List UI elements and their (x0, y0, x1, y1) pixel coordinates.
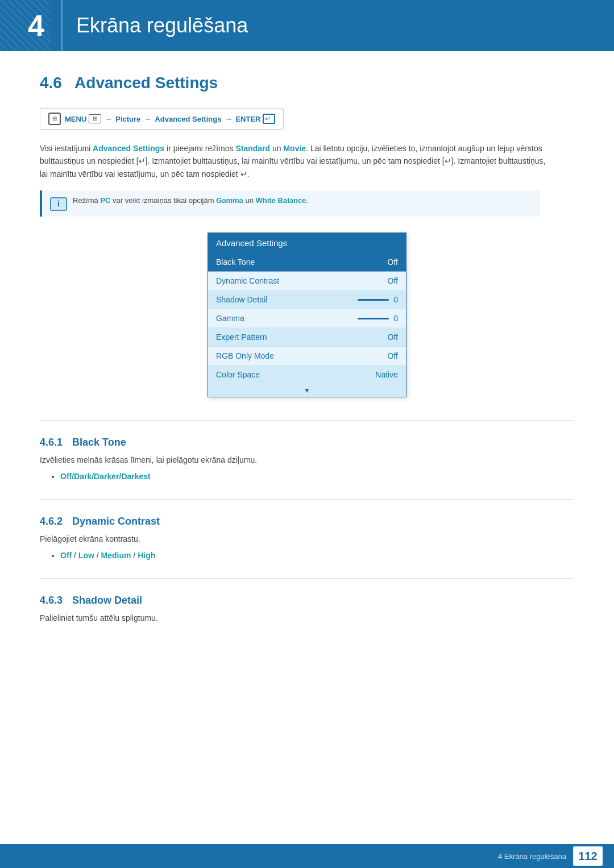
header-bar: 4 Ekrāna regulēšana (0, 0, 614, 51)
advanced-settings-ui-box: Advanced Settings Black Tone Off Dynamic… (208, 232, 406, 397)
option-sep1: / (74, 551, 78, 560)
row-value-rgb-only-mode: Off (388, 351, 398, 360)
main-content: 4.6 Advanced Settings ⊞ MENU ⊞ → Picture… (0, 51, 614, 688)
sub-heading-dynamic-contrast: 4.6.2 Dynamic Contrast (40, 516, 574, 528)
section-heading-container: 4.6 Advanced Settings (40, 74, 574, 92)
subsection-black-tone: 4.6.1 Black Tone Izvēlieties melnās krās… (40, 437, 574, 481)
option-list-black-tone: Off/Dark/Darker/Darkest (40, 472, 574, 481)
enter-label: ENTER (235, 115, 260, 123)
option-high: High (138, 551, 155, 560)
note-text: Režīmā PC var veikt izmaiņas tikai opcij… (73, 196, 308, 205)
subsection-shadow-detail: 4.6.3 Shadow Detail Palieliniet tumšu at… (40, 595, 574, 624)
advanced-label: Advanced Settings (155, 115, 221, 123)
option-sep2: / (97, 551, 101, 560)
row-label-dynamic-contrast: Dynamic Contrast (216, 276, 279, 285)
divider-1 (40, 420, 574, 421)
option-off: Off (60, 551, 72, 560)
ui-box-wrapper: Advanced Settings Black Tone Off Dynamic… (40, 232, 574, 397)
sub-heading-black-tone: 4.6.1 Black Tone (40, 437, 574, 448)
ui-row-black-tone[interactable]: Black Tone Off (208, 253, 406, 272)
row-value-shadow-detail: 0 (393, 295, 398, 304)
slider-line-shadow (358, 299, 389, 301)
sub-heading-shadow-detail: 4.6.3 Shadow Detail (40, 595, 574, 607)
enter-icon (263, 114, 275, 124)
svg-text:i: i (57, 199, 60, 208)
sub-title-shadow-detail: Shadow Detail (72, 595, 142, 606)
ui-row-shadow-detail[interactable]: Shadow Detail 0 (208, 290, 406, 309)
sub-desc-black-tone: Izvēlieties melnās krāsas līmeni, lai pi… (40, 454, 574, 466)
subsection-dynamic-contrast: 4.6.2 Dynamic Contrast Pielāgojiet ekrān… (40, 516, 574, 560)
ui-box-title: Advanced Settings (208, 233, 406, 253)
scroll-arrow-down[interactable]: ▼ (208, 384, 406, 397)
divider-2 (40, 499, 574, 500)
row-value-black-tone: Off (388, 258, 398, 267)
note-box: i Režīmā PC var veikt izmaiņas tikai opc… (40, 190, 540, 217)
row-label-black-tone: Black Tone (216, 258, 255, 267)
arrow2: → (144, 115, 151, 123)
option-dynamic-contrast-0: Off / Low / Medium / High (60, 551, 574, 560)
option-list-dynamic-contrast: Off / Low / Medium / High (40, 551, 574, 560)
row-value-dynamic-contrast: Off (388, 276, 398, 285)
sub-title-dynamic-contrast: Dynamic Contrast (72, 516, 160, 527)
footer-bar: 4 Ekrāna regulēšana 112 (0, 844, 614, 868)
arrow3: → (225, 115, 232, 123)
row-value-gamma: 0 (393, 314, 398, 323)
option-text-black-tone: Off/Dark/Darker/Darkest (60, 472, 151, 481)
section-number: 4.6 (40, 74, 62, 92)
menu-grid-icon: ⊞ (89, 114, 101, 123)
note-icon: i (50, 197, 67, 211)
ui-row-rgb-only-mode[interactable]: RGB Only Mode Off (208, 347, 406, 366)
sub-number-shadow-detail: 4.6.3 (40, 595, 63, 606)
option-sep3: / (133, 551, 138, 560)
row-value-color-space: Native (375, 370, 398, 379)
row-value-expert-pattern: Off (388, 333, 398, 342)
sub-desc-shadow-detail: Palieliniet tumšu attēlu spilgtumu. (40, 612, 574, 624)
picture-label: Picture (115, 115, 140, 123)
ui-row-color-space[interactable]: Color Space Native (208, 366, 406, 384)
ui-row-dynamic-contrast[interactable]: Dynamic Contrast Off (208, 272, 406, 290)
footer-page-badge: 112 (573, 846, 603, 866)
chapter-number: 4 (11, 0, 63, 51)
description-text: Visi iestatījumi Advanced Settings ir pi… (40, 142, 551, 180)
row-label-expert-pattern: Expert Pattern (216, 333, 267, 342)
row-label-color-space: Color Space (216, 370, 260, 379)
menu-path-bar: ⊞ MENU ⊞ → Picture → Advanced Settings →… (40, 108, 284, 130)
row-label-rgb-only-mode: RGB Only Mode (216, 351, 274, 360)
footer-text: 4 Ekrāna regulēšana (498, 852, 566, 861)
chapter-title: Ekrāna regulēšana (63, 14, 248, 38)
arrow1: → (105, 115, 112, 123)
option-black-tone-0: Off/Dark/Darker/Darkest (60, 472, 574, 481)
divider-3 (40, 578, 574, 579)
sub-title-black-tone: Black Tone (72, 437, 126, 448)
row-slider-gamma: 0 (358, 314, 398, 323)
section-title: Advanced Settings (74, 74, 218, 92)
row-label-shadow-detail: Shadow Detail (216, 295, 267, 304)
sub-desc-dynamic-contrast: Pielāgojiet ekrāna kontrastu. (40, 533, 574, 545)
option-low: Low (78, 551, 94, 560)
option-medium: Medium (101, 551, 131, 560)
ui-row-expert-pattern[interactable]: Expert Pattern Off (208, 328, 406, 347)
row-label-gamma: Gamma (216, 314, 244, 323)
menu-label: MENU (65, 115, 86, 123)
ui-row-gamma[interactable]: Gamma 0 (208, 309, 406, 328)
sub-number-black-tone: 4.6.1 (40, 437, 63, 448)
row-slider-shadow-detail: 0 (358, 295, 398, 304)
menu-icon: ⊞ (48, 113, 61, 125)
slider-line-gamma (358, 318, 389, 319)
sub-number-dynamic-contrast: 4.6.2 (40, 516, 63, 527)
